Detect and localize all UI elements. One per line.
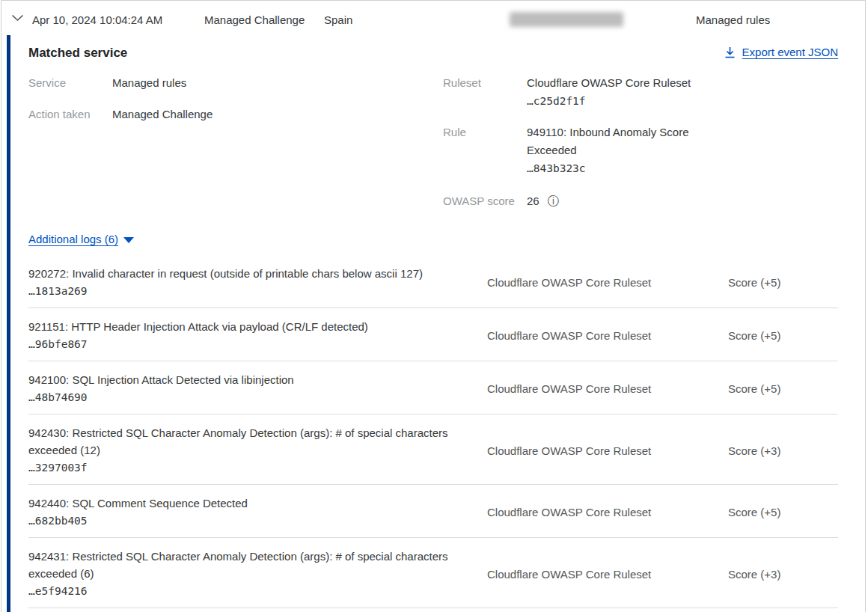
log-score: Score (+5): [728, 382, 838, 395]
rule-hash: …843b323c: [527, 159, 705, 177]
additional-logs-toggle[interactable]: Additional logs (6): [28, 230, 134, 248]
event-summary-row[interactable]: Apr 10, 2024 10:04:24 AM Managed Challen…: [1, 1, 865, 35]
panel-title: Matched service: [28, 44, 127, 62]
log-row: 921151: HTTP Header Injection Attack via…: [28, 308, 838, 361]
event-detail-panel: Matched service Export event JSON Servic…: [1, 35, 865, 612]
log-rule-hash: …3297003f: [28, 459, 471, 477]
log-ruleset-name: Cloudflare OWASP Core Ruleset: [487, 382, 728, 395]
log-score: Score (+5): [728, 276, 838, 289]
log-score: Score (+5): [728, 329, 838, 342]
log-ruleset-name: Cloudflare OWASP Core Ruleset: [487, 276, 728, 289]
event-action: Managed Challenge: [204, 13, 305, 26]
chevron-down-icon[interactable]: [11, 14, 24, 22]
export-link-label: Export event JSON: [742, 44, 838, 61]
log-rule-hash: …96bfe867: [28, 335, 471, 353]
additional-logs-label: Additional logs (6): [28, 230, 118, 248]
log-row: 942440: SQL Comment Sequence Detected …6…: [28, 485, 838, 538]
log-ruleset-name: Cloudflare OWASP Core Ruleset: [487, 506, 728, 518]
ruleset-hash: …c25d2f1f: [527, 92, 691, 110]
additional-logs-list: 920272: Invalid character in request (ou…: [28, 255, 838, 608]
service-label: Service: [28, 74, 112, 92]
download-icon: [724, 46, 736, 58]
log-row: 942431: Restricted SQL Character Anomaly…: [28, 538, 838, 608]
log-rule-description: 942440: SQL Comment Sequence Detected: [28, 495, 471, 512]
firewall-event-card: Apr 10, 2024 10:04:24 AM Managed Challen…: [1, 0, 866, 612]
service-value: Managed rules: [112, 74, 186, 92]
export-event-json-link[interactable]: Export event JSON: [724, 44, 838, 61]
log-rule-description: 942430: Restricted SQL Character Anomaly…: [28, 424, 471, 459]
action-taken-label: Action taken: [28, 105, 112, 123]
log-rule-description: 942100: SQL Injection Attack Detected vi…: [28, 371, 471, 388]
log-rule-description: 942431: Restricted SQL Character Anomaly…: [28, 548, 471, 582]
log-rule-hash: …48b74690: [28, 388, 471, 406]
redacted-host-value: [510, 12, 623, 27]
log-ruleset-name: Cloudflare OWASP Core Ruleset: [487, 444, 728, 457]
log-rule-hash: …1813a269: [28, 282, 471, 300]
expanded-row-accent-bar: [7, 35, 10, 612]
log-rule-description: 920272: Invalid character in request (ou…: [28, 265, 471, 282]
log-ruleset-name: Cloudflare OWASP Core Ruleset: [487, 568, 728, 581]
owasp-score-label: OWASP score: [443, 192, 527, 210]
event-country: Spain: [324, 13, 352, 26]
log-score: Score (+3): [728, 444, 838, 457]
rule-value: 949110: Inbound Anomaly Score Exceeded: [527, 123, 705, 159]
log-score: Score (+3): [728, 568, 838, 581]
log-rule-hash: …682bb405: [28, 512, 471, 530]
log-row: 942430: Restricted SQL Character Anomaly…: [28, 414, 838, 485]
caret-down-icon: [123, 237, 134, 243]
info-icon[interactable]: ⓘ: [548, 195, 560, 207]
log-rule-description: 921151: HTTP Header Injection Attack via…: [28, 318, 471, 335]
event-timestamp: Apr 10, 2024 10:04:24 AM: [32, 13, 162, 26]
action-taken-value: Managed Challenge: [112, 105, 213, 123]
log-ruleset-name: Cloudflare OWASP Core Ruleset: [487, 329, 728, 342]
log-row: 942100: SQL Injection Attack Detected vi…: [28, 361, 838, 414]
event-service: Managed rules: [696, 13, 770, 26]
log-rule-hash: …e5f94216: [28, 582, 471, 600]
ruleset-label: Ruleset: [443, 74, 527, 110]
rule-label: Rule: [443, 123, 527, 177]
owasp-score-value: 26: [527, 192, 540, 210]
log-row: 920272: Invalid character in request (ou…: [28, 255, 838, 308]
ruleset-value: Cloudflare OWASP Core Ruleset: [527, 74, 691, 92]
log-score: Score (+5): [728, 506, 838, 518]
